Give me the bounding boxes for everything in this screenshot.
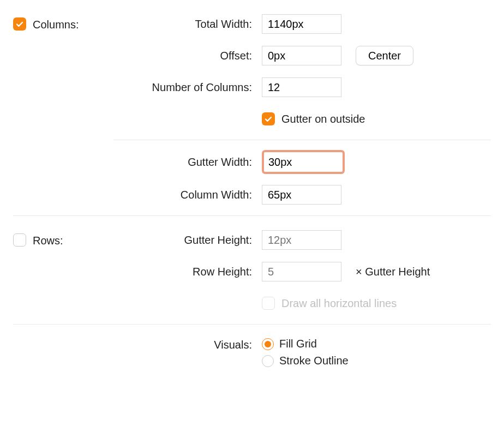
center-button[interactable]: Center — [356, 46, 413, 65]
row-column-width: Column Width: — [13, 184, 491, 206]
columns-checkbox[interactable] — [13, 17, 26, 31]
total-width-label: Total Width: — [113, 18, 262, 31]
row-gutter-width: Gutter Width: — [13, 150, 491, 174]
layout-settings-panel: Columns: Total Width: Offset: Center Num… — [0, 0, 504, 390]
row-draw-lines: Draw all horizontal lines — [13, 292, 491, 314]
rows-checkbox[interactable] — [13, 233, 26, 247]
checkmark-icon — [15, 20, 24, 28]
row-total-width: Columns: Total Width: — [13, 13, 491, 35]
draw-lines-checkbox[interactable] — [262, 297, 275, 310]
row-offset: Offset: Center — [13, 45, 491, 67]
row-height-label: Row Height: — [113, 266, 262, 278]
column-width-input[interactable] — [262, 185, 341, 205]
checkmark-icon — [264, 115, 273, 123]
row-height-input[interactable] — [262, 262, 341, 281]
row-gutter-height: Rows: Gutter Height: — [13, 229, 491, 251]
divider — [13, 215, 491, 216]
number-of-columns-input[interactable] — [262, 77, 341, 97]
gutter-outside-label: Gutter on outside — [281, 113, 365, 125]
number-of-columns-label: Number of Columns: — [113, 81, 262, 94]
offset-input[interactable] — [262, 46, 341, 65]
stroke-outline-radio[interactable] — [262, 355, 274, 367]
stroke-outline-label: Stroke Outline — [279, 355, 349, 367]
gutter-width-input[interactable] — [262, 150, 345, 174]
offset-label: Offset: — [113, 50, 262, 62]
gutter-height-label: Gutter Height: — [113, 234, 262, 247]
row-row-height: Row Height: × Gutter Height — [13, 261, 491, 283]
row-number-of-columns: Number of Columns: — [13, 76, 491, 98]
total-width-input[interactable] — [262, 14, 341, 34]
visuals-label: Visuals: — [113, 338, 262, 351]
rows-section-label: Rows: — [33, 233, 113, 247]
row-visuals: Visuals: Fill Grid Stroke Outline — [13, 338, 491, 367]
draw-lines-label: Draw all horizontal lines — [281, 297, 397, 310]
gutter-height-input[interactable] — [262, 230, 341, 250]
divider — [13, 324, 491, 325]
fill-grid-radio[interactable] — [262, 338, 274, 350]
fill-grid-label: Fill Grid — [279, 338, 317, 350]
gutter-width-label: Gutter Width: — [113, 156, 262, 169]
divider — [113, 140, 491, 140]
column-width-label: Column Width: — [113, 189, 262, 201]
gutter-outside-checkbox[interactable] — [262, 112, 275, 125]
row-height-suffix: × Gutter Height — [356, 266, 430, 278]
columns-section-label: Columns: — [33, 17, 113, 31]
row-gutter-outside: Gutter on outside — [13, 108, 491, 130]
